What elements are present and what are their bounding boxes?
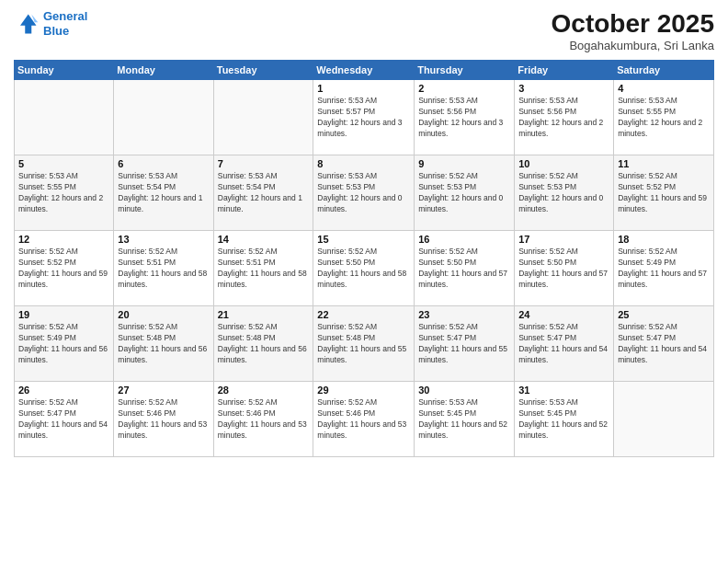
calendar-cell: 8Sunrise: 5:53 AM Sunset: 5:53 PM Daylig… [313,155,415,231]
day-info: Sunrise: 5:52 AM Sunset: 5:51 PM Dayligh… [118,247,209,291]
calendar-cell: 27Sunrise: 5:52 AM Sunset: 5:46 PM Dayli… [114,382,213,457]
day-info: Sunrise: 5:53 AM Sunset: 5:54 PM Dayligh… [118,171,209,215]
day-info: Sunrise: 5:52 AM Sunset: 5:48 PM Dayligh… [218,322,310,366]
day-info: Sunrise: 5:53 AM Sunset: 5:55 PM Dayligh… [18,171,109,215]
day-number: 16 [418,234,510,245]
day-number: 13 [118,234,209,245]
calendar-cell: 11Sunrise: 5:52 AM Sunset: 5:52 PM Dayli… [614,155,714,231]
weekday-header-saturday: Saturday [614,61,714,80]
day-number: 8 [317,158,410,169]
week-row-1: 1Sunrise: 5:53 AM Sunset: 5:57 PM Daylig… [15,80,714,155]
header: General Blue October 2025 Bogahakumbura,… [14,9,714,52]
day-number: 17 [518,234,609,245]
day-info: Sunrise: 5:53 AM Sunset: 5:56 PM Dayligh… [518,96,609,140]
day-info: Sunrise: 5:52 AM Sunset: 5:49 PM Dayligh… [618,247,710,291]
calendar-cell: 5Sunrise: 5:53 AM Sunset: 5:55 PM Daylig… [15,155,114,231]
calendar-cell: 9Sunrise: 5:52 AM Sunset: 5:53 PM Daylig… [415,155,515,231]
calendar-cell: 2Sunrise: 5:53 AM Sunset: 5:56 PM Daylig… [415,80,515,155]
calendar-cell: 20Sunrise: 5:52 AM Sunset: 5:48 PM Dayli… [114,306,213,382]
calendar-cell: 30Sunrise: 5:53 AM Sunset: 5:45 PM Dayli… [415,382,515,457]
day-info: Sunrise: 5:52 AM Sunset: 5:50 PM Dayligh… [418,247,510,291]
calendar-cell [213,80,313,155]
title-block: October 2025 Bogahakumbura, Sri Lanka [552,9,714,52]
day-number: 14 [218,234,310,245]
calendar-cell: 29Sunrise: 5:52 AM Sunset: 5:46 PM Dayli… [313,382,415,457]
day-number: 25 [618,309,710,320]
day-number: 12 [18,234,109,245]
day-info: Sunrise: 5:52 AM Sunset: 5:46 PM Dayligh… [218,397,310,442]
calendar-cell: 13Sunrise: 5:52 AM Sunset: 5:51 PM Dayli… [114,231,213,306]
day-info: Sunrise: 5:52 AM Sunset: 5:47 PM Dayligh… [518,322,609,366]
calendar-cell: 23Sunrise: 5:52 AM Sunset: 5:47 PM Dayli… [415,306,515,382]
logo-text: General Blue [43,9,87,38]
day-info: Sunrise: 5:52 AM Sunset: 5:47 PM Dayligh… [418,322,510,366]
day-info: Sunrise: 5:53 AM Sunset: 5:54 PM Dayligh… [218,171,310,215]
day-info: Sunrise: 5:53 AM Sunset: 5:57 PM Dayligh… [317,96,410,140]
day-info: Sunrise: 5:52 AM Sunset: 5:46 PM Dayligh… [118,397,209,442]
location: Bogahakumbura, Sri Lanka [552,39,714,52]
day-info: Sunrise: 5:52 AM Sunset: 5:53 PM Dayligh… [418,171,510,215]
week-row-2: 5Sunrise: 5:53 AM Sunset: 5:55 PM Daylig… [15,155,714,231]
week-row-3: 12Sunrise: 5:52 AM Sunset: 5:52 PM Dayli… [15,231,714,306]
week-row-5: 26Sunrise: 5:52 AM Sunset: 5:47 PM Dayli… [15,382,714,457]
day-info: Sunrise: 5:52 AM Sunset: 5:49 PM Dayligh… [18,322,109,366]
weekday-header-wednesday: Wednesday [313,61,415,80]
calendar-cell: 28Sunrise: 5:52 AM Sunset: 5:46 PM Dayli… [213,382,313,457]
day-info: Sunrise: 5:52 AM Sunset: 5:48 PM Dayligh… [317,322,410,366]
page: General Blue October 2025 Bogahakumbura,… [0,0,728,563]
day-number: 31 [518,385,609,396]
calendar-cell: 16Sunrise: 5:52 AM Sunset: 5:50 PM Dayli… [415,231,515,306]
weekday-header-friday: Friday [515,61,614,80]
day-number: 10 [518,158,609,169]
calendar-cell: 12Sunrise: 5:52 AM Sunset: 5:52 PM Dayli… [15,231,114,306]
calendar-cell: 26Sunrise: 5:52 AM Sunset: 5:47 PM Dayli… [15,382,114,457]
calendar-cell: 10Sunrise: 5:52 AM Sunset: 5:53 PM Dayli… [515,155,614,231]
calendar-cell: 18Sunrise: 5:52 AM Sunset: 5:49 PM Dayli… [614,231,714,306]
calendar-cell: 6Sunrise: 5:53 AM Sunset: 5:54 PM Daylig… [114,155,213,231]
calendar-cell: 19Sunrise: 5:52 AM Sunset: 5:49 PM Dayli… [15,306,114,382]
logo-icon [14,11,40,37]
calendar-cell: 22Sunrise: 5:52 AM Sunset: 5:48 PM Dayli… [313,306,415,382]
calendar-cell: 4Sunrise: 5:53 AM Sunset: 5:55 PM Daylig… [614,80,714,155]
day-info: Sunrise: 5:53 AM Sunset: 5:45 PM Dayligh… [518,397,609,442]
day-number: 5 [18,158,109,169]
weekday-header-row: SundayMondayTuesdayWednesdayThursdayFrid… [15,61,714,80]
day-number: 3 [518,83,609,94]
week-row-4: 19Sunrise: 5:52 AM Sunset: 5:49 PM Dayli… [15,306,714,382]
weekday-header-thursday: Thursday [415,61,515,80]
day-number: 11 [618,158,710,169]
day-number: 4 [618,83,710,94]
day-number: 1 [317,83,410,94]
calendar-cell: 3Sunrise: 5:53 AM Sunset: 5:56 PM Daylig… [515,80,614,155]
calendar-cell: 7Sunrise: 5:53 AM Sunset: 5:54 PM Daylig… [213,155,313,231]
day-number: 26 [18,385,109,396]
calendar-cell: 17Sunrise: 5:52 AM Sunset: 5:50 PM Dayli… [515,231,614,306]
day-info: Sunrise: 5:52 AM Sunset: 5:52 PM Dayligh… [618,171,710,215]
day-number: 9 [418,158,510,169]
day-number: 6 [118,158,209,169]
logo: General Blue [14,9,87,38]
svg-marker-0 [20,14,37,33]
calendar-cell: 31Sunrise: 5:53 AM Sunset: 5:45 PM Dayli… [515,382,614,457]
day-number: 24 [518,309,609,320]
calendar-cell: 15Sunrise: 5:52 AM Sunset: 5:50 PM Dayli… [313,231,415,306]
calendar-cell: 21Sunrise: 5:52 AM Sunset: 5:48 PM Dayli… [213,306,313,382]
month-title: October 2025 [552,9,714,39]
calendar-cell: 25Sunrise: 5:52 AM Sunset: 5:47 PM Dayli… [614,306,714,382]
day-number: 23 [418,309,510,320]
day-number: 30 [418,385,510,396]
day-number: 2 [418,83,510,94]
day-number: 18 [618,234,710,245]
calendar-cell [614,382,714,457]
calendar-cell: 24Sunrise: 5:52 AM Sunset: 5:47 PM Dayli… [515,306,614,382]
day-info: Sunrise: 5:53 AM Sunset: 5:56 PM Dayligh… [418,96,510,140]
day-number: 22 [317,309,410,320]
day-info: Sunrise: 5:53 AM Sunset: 5:55 PM Dayligh… [618,96,710,140]
day-info: Sunrise: 5:52 AM Sunset: 5:51 PM Dayligh… [218,247,310,291]
day-info: Sunrise: 5:52 AM Sunset: 5:53 PM Dayligh… [518,171,609,215]
calendar-cell [114,80,213,155]
day-number: 21 [218,309,310,320]
day-info: Sunrise: 5:52 AM Sunset: 5:48 PM Dayligh… [118,322,209,366]
day-info: Sunrise: 5:52 AM Sunset: 5:50 PM Dayligh… [317,247,410,291]
calendar: SundayMondayTuesdayWednesdayThursdayFrid… [14,60,714,457]
